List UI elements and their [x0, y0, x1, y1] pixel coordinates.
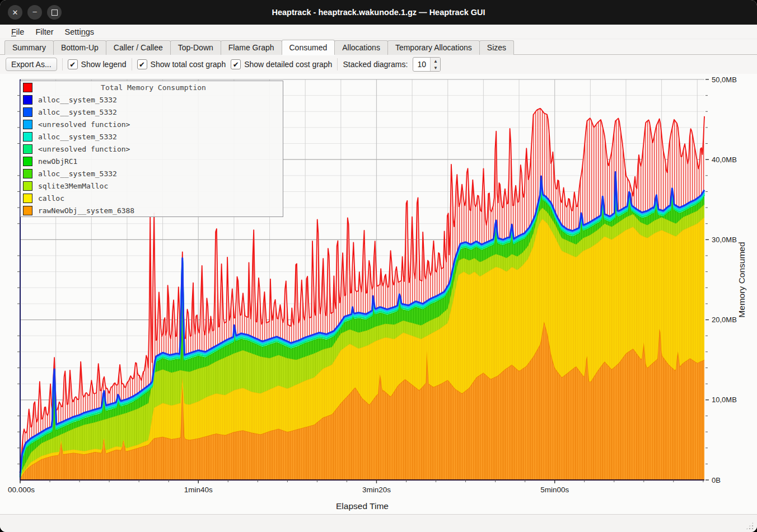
resize-grip-icon[interactable] [746, 522, 754, 530]
legend-label: alloc__system_5332 [38, 108, 117, 116]
chart-legend: Total Memory Consumptionalloc__system_53… [20, 81, 283, 217]
legend-item: alloc__system_5332 [21, 93, 283, 106]
legend-swatch [23, 157, 32, 166]
maximize-button[interactable] [47, 5, 62, 20]
tab-bar: SummaryBottom-UpCaller / CalleeTop-DownF… [0, 39, 757, 55]
status-bar [0, 514, 757, 532]
legend-label: sqlite3MemMalloc [38, 182, 108, 190]
spinbox-value[interactable]: 10 [413, 58, 430, 71]
svg-text:30,0MB: 30,0MB [712, 236, 737, 244]
legend-swatch [23, 181, 32, 191]
svg-text:20,0MB: 20,0MB [712, 316, 737, 324]
title-bar: ✕ – Heaptrack - heaptrack.wakunode.1.gz … [0, 0, 757, 25]
legend-item: <unresolved function> [21, 143, 283, 155]
tab-temporary-allocations[interactable]: Temporary Allocations [387, 40, 480, 55]
minimize-button[interactable]: – [27, 5, 42, 20]
svg-text:10,0MB: 10,0MB [712, 396, 737, 404]
legend-swatch [23, 95, 32, 105]
menu-file[interactable]: File [6, 26, 30, 37]
minimize-icon: – [32, 7, 36, 16]
legend-label: <unresolved function> [38, 120, 130, 129]
legend-label: alloc__system_5332 [38, 96, 117, 104]
tab-consumed[interactable]: Consumed [282, 40, 335, 55]
checkbox-label: Show total cost graph [151, 60, 226, 69]
legend-swatch [23, 120, 32, 129]
legend-label: alloc__system_5332 [38, 170, 117, 178]
svg-text:50,0MB: 50,0MB [712, 76, 737, 84]
tab-flame-graph[interactable]: Flame Graph [221, 40, 282, 55]
toolbar-separator [337, 58, 338, 70]
svg-text:1min40s: 1min40s [184, 486, 213, 494]
tab-sizes[interactable]: Sizes [479, 40, 514, 55]
toolbar-separator [132, 58, 132, 70]
legend-item: alloc__system_5332 [21, 167, 283, 180]
checkbox-group: ✔Show total cost graph [137, 59, 226, 69]
chart-area: 0B10,0MB20,0MB30,0MB40,0MB50,0MB00.000s1… [0, 74, 757, 514]
legend-swatch [23, 132, 32, 142]
menu-settings[interactable]: Settings [59, 26, 100, 37]
checkbox-label: Show detailed cost graph [244, 60, 332, 69]
legend-item: sqlite3MemMalloc [21, 180, 283, 192]
checkbox-show-legend[interactable]: ✔ [68, 59, 78, 69]
legend-label: calloc [38, 194, 64, 203]
legend-item: newObjRC1 [21, 155, 283, 167]
tab-caller-callee[interactable]: Caller / Callee [106, 40, 171, 55]
legend-item: <unresolved function> [21, 118, 283, 130]
svg-text:3min20s: 3min20s [362, 486, 391, 494]
tab-summary[interactable]: Summary [4, 40, 54, 55]
checkbox-show-detailed-cost-graph[interactable]: ✔ [231, 59, 241, 69]
tab-allocations[interactable]: Allocations [334, 40, 388, 55]
toolbar: Export As... ✔Show legend✔Show total cos… [0, 55, 757, 74]
legend-item: alloc__system_5332 [21, 106, 283, 118]
window-title: Heaptrack - heaptrack.wakunode.1.gz — He… [0, 8, 757, 17]
app-window: ✕ – Heaptrack - heaptrack.wakunode.1.gz … [0, 0, 757, 532]
toolbar-separator [62, 58, 63, 70]
svg-text:0B: 0B [712, 476, 721, 484]
checkbox-show-total-cost-graph[interactable]: ✔ [137, 59, 147, 69]
menu-filter[interactable]: Filter [30, 26, 59, 37]
maximize-icon [52, 10, 58, 16]
svg-text:40,0MB: 40,0MB [712, 156, 737, 164]
close-icon: ✕ [12, 8, 18, 17]
stacked-diagrams-label: Stacked diagrams: [343, 60, 408, 69]
checkbox-label: Show legend [81, 60, 127, 69]
legend-item: calloc [21, 192, 283, 204]
legend-swatch [23, 206, 32, 215]
legend-swatch [23, 169, 32, 178]
checkbox-group: ✔Show detailed cost graph [231, 59, 332, 69]
checkbox-group: ✔Show legend [68, 59, 127, 69]
export-as-button[interactable]: Export As... [6, 58, 57, 71]
legend-label: alloc__system_5332 [38, 133, 117, 141]
close-button[interactable]: ✕ [8, 5, 22, 20]
legend-label: rawNewObj__system_6388 [38, 206, 134, 215]
legend-item: rawNewObj__system_6388 [21, 204, 283, 216]
legend-swatch [23, 107, 32, 117]
legend-item: alloc__system_5332 [21, 130, 283, 143]
svg-text:00.000s: 00.000s [8, 486, 35, 494]
spin-down-icon[interactable]: ▼ [431, 64, 440, 71]
legend-title: Total Memory Consumption [38, 83, 283, 92]
x-axis-title: Elapsed Time [336, 501, 389, 511]
y-axis-title: Memory Consumed [737, 242, 746, 317]
legend-label: newObjRC1 [38, 157, 77, 166]
tab-bottom-up[interactable]: Bottom-Up [53, 40, 106, 55]
legend-swatch-total [23, 83, 32, 92]
menu-bar: FileFilterSettings [0, 25, 757, 39]
legend-title-row: Total Memory Consumption [21, 81, 283, 93]
legend-swatch [23, 194, 32, 203]
legend-swatch [23, 144, 32, 154]
svg-text:5min00s: 5min00s [540, 486, 569, 494]
tab-top-down[interactable]: Top-Down [170, 40, 221, 55]
spin-up-icon[interactable]: ▲ [431, 58, 440, 64]
legend-label: <unresolved function> [38, 145, 130, 153]
stacked-diagrams-spinbox[interactable]: 10 ▲ ▼ [413, 57, 441, 72]
